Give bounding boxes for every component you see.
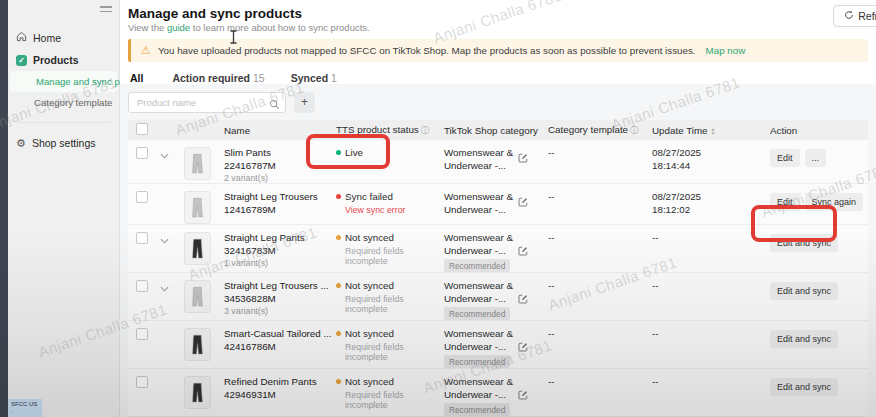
row-checkbox[interactable] (136, 147, 148, 159)
row-name-cell: Straight Leg Trousers ...34536828M3 vari… (222, 273, 334, 316)
table-row: Slim Pants22416787M2 variant(s)LiveWomen… (128, 140, 868, 184)
edit-category-icon[interactable] (518, 153, 528, 165)
row-category-cell: Womenswear &Underwear -...Recommended (442, 369, 546, 416)
category-template-value: -- (548, 147, 555, 158)
edit-and-sync-button[interactable]: Edit and sync (770, 234, 838, 252)
recommended-badge: Recommended (444, 403, 510, 416)
row-name-cell: Straight Leg Pants32416783M1 variant(s) (222, 225, 334, 268)
view-sync-error-link[interactable]: View sync error (345, 205, 440, 215)
sidebar-item-shop-settings[interactable]: ⚙ Shop settings (8, 132, 119, 154)
refresh-button[interactable]: Refresh (833, 5, 876, 27)
edit-category-icon[interactable] (518, 390, 528, 402)
row-update-time-cell: -- (650, 321, 768, 339)
row-action-cell: Edit... (768, 140, 868, 167)
product-sku: 42416786M (224, 341, 332, 352)
table-body: Slim Pants22416787M2 variant(s)LiveWomen… (128, 140, 868, 417)
row-update-time-cell: 08/27/202518:12:02 (650, 184, 768, 215)
product-name: Straight Leg Trousers (224, 191, 332, 202)
edit-button[interactable]: Edit (770, 193, 800, 211)
category-line1: Womenswear & (444, 191, 513, 202)
map-now-link[interactable]: Map now (706, 45, 746, 56)
row-expand-cell (158, 184, 182, 194)
table-row: Straight Leg Pants32416783M1 variant(s)N… (128, 225, 868, 273)
sfcc-us-badge: SFCC US : (8, 399, 42, 417)
edit-and-sync-button[interactable]: Edit and sync (770, 378, 838, 396)
product-sku: 34536828M (224, 293, 332, 304)
main-panel: Manage and sync products View the guide … (120, 0, 876, 417)
table-row: Refined Denim Pants42946931MNot syncedRe… (128, 369, 868, 417)
tab-label: Action required (172, 72, 250, 84)
guide-link[interactable]: guide (167, 22, 190, 33)
status-info-icon[interactable]: ⓘ (421, 125, 430, 135)
status-dot (336, 379, 341, 384)
category-line1: Womenswear & (444, 147, 513, 158)
row-expand-cell (158, 273, 182, 294)
row-action-cell: EditSync again (768, 184, 868, 211)
row-template-cell: -- (546, 140, 650, 158)
status-label: Sync failed (345, 191, 393, 202)
edit-button[interactable]: Edit (770, 149, 800, 167)
row-category-cell: Womenswear &Underwear -... (442, 140, 546, 171)
edit-and-sync-button[interactable]: Edit and sync (770, 282, 838, 300)
status-dot (336, 150, 341, 155)
row-checkbox[interactable] (136, 376, 148, 388)
row-checkbox[interactable] (136, 280, 148, 292)
sidebar-item-home[interactable]: Home (8, 26, 119, 49)
search-input[interactable] (128, 92, 286, 113)
select-all-checkbox[interactable] (136, 123, 148, 135)
refresh-icon (844, 10, 854, 22)
status-dot (336, 331, 341, 336)
add-product-button[interactable]: + (294, 92, 315, 113)
col-status: TTS product statusⓘ (334, 124, 442, 137)
table-header-row: Name TTS product statusⓘ TikTok Shop cat… (128, 120, 868, 140)
product-sku: 42946931M (224, 389, 332, 400)
search-icon[interactable] (269, 96, 280, 114)
table-row: Smart-Casual Tailored ...42416786MNot sy… (128, 321, 868, 369)
product-name: Slim Pants (224, 147, 332, 158)
chevron-down-icon[interactable] (160, 235, 169, 246)
collapse-sidebar-icon[interactable] (100, 6, 112, 15)
update-date: 08/27/2025 (652, 147, 766, 158)
products-icon: ✓ (16, 55, 27, 66)
sidebar-item-category-template[interactable]: Category template (8, 92, 119, 113)
sync-again-button[interactable]: Sync again (805, 193, 864, 211)
template-info-icon[interactable]: ⓘ (630, 125, 639, 135)
row-name-cell: Straight Leg Trousers12416789M (222, 184, 334, 215)
chevron-down-icon[interactable] (160, 150, 169, 161)
row-checkbox[interactable] (136, 191, 148, 203)
col-update-time[interactable]: Update Time▲▼ (650, 125, 768, 136)
gear-icon: ⚙ (16, 138, 26, 149)
search-row: + (128, 92, 868, 113)
table-row: Straight Leg Trousers ...34536828M3 vari… (128, 273, 868, 321)
col-category: TikTok Shop category (442, 125, 546, 136)
home-icon (16, 31, 27, 44)
status-subtext: Required fields incomplete (345, 342, 440, 362)
row-update-time-cell: 08/27/202518:14:44 (650, 140, 768, 171)
row-name-cell: Refined Denim Pants42946931M (222, 369, 334, 400)
category-line2: Underwear -... (444, 160, 513, 171)
row-checkbox[interactable] (136, 328, 148, 340)
row-template-cell: -- (546, 225, 650, 243)
row-name-cell: Slim Pants22416787M2 variant(s) (222, 140, 334, 183)
product-name: Straight Leg Trousers ... (224, 280, 332, 291)
row-template-cell: -- (546, 273, 650, 291)
sfcc-badge-line1: SFCC US (11, 401, 39, 408)
edit-category-icon[interactable] (518, 294, 528, 306)
sidebar-divider (16, 122, 111, 123)
edit-category-icon[interactable] (518, 197, 528, 209)
row-name-cell: Smart-Casual Tailored ...42416786M (222, 321, 334, 352)
edit-and-sync-button[interactable]: Edit and sync (770, 330, 838, 348)
row-category-cell: Womenswear &Underwear -...Recommended (442, 321, 546, 368)
more-actions-button[interactable]: ... (805, 149, 827, 167)
chevron-down-icon[interactable] (160, 283, 169, 294)
subtitle-text: View the (128, 22, 167, 33)
row-checkbox[interactable] (136, 232, 148, 244)
category-line2: Underwear -... (444, 341, 513, 352)
edit-category-icon[interactable] (518, 246, 528, 258)
edit-category-icon[interactable] (518, 342, 528, 354)
category-line2: Underwear -... (444, 293, 513, 304)
row-image-cell (182, 225, 222, 265)
status-label: Not synced (345, 328, 394, 339)
sidebar-item-products[interactable]: ✓ Products (8, 49, 119, 71)
sidebar-item-manage-sync-products[interactable]: Manage and sync products (10, 71, 117, 92)
